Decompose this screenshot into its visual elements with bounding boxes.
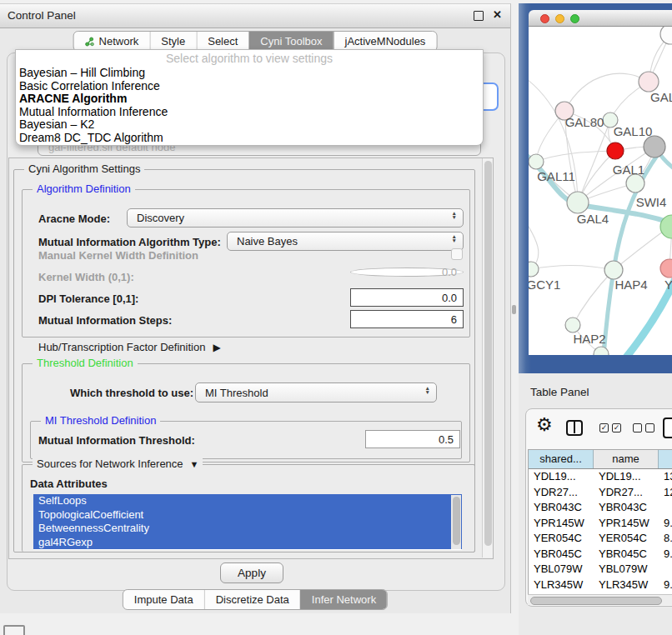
column-header-shared-name[interactable]: shared... xyxy=(529,450,594,468)
node-gal11[interactable] xyxy=(529,154,544,169)
data-attributes-label: Data Attributes xyxy=(30,477,108,492)
network-nodes xyxy=(529,27,672,355)
table-row[interactable]: YBR045C YBR045C 9. xyxy=(529,547,672,562)
aracne-mode-combo[interactable]: Discovery ▲▼ xyxy=(127,208,464,228)
node-table: shared... name YDL19... YDL19... 13 YDR2… xyxy=(528,449,672,597)
list-item[interactable]: BetweennessCentrality xyxy=(33,522,462,536)
list-item[interactable]: TopologicalCoefficient xyxy=(33,508,462,522)
algorithm-option[interactable]: Basic Correlation Inference xyxy=(16,80,483,93)
network-canvas[interactable]: GAL GAL80 GAL10 GAL1 GAL11 SWI4 GAL4 GCY… xyxy=(529,27,672,355)
mi-threshold-field[interactable]: 0.5 xyxy=(365,430,460,448)
chevron-updown-icon: ▲▼ xyxy=(425,386,430,394)
table-header-row: shared... name xyxy=(529,450,672,469)
traffic-zoom-icon[interactable] xyxy=(570,14,579,23)
document-icon-partial[interactable] xyxy=(663,418,672,438)
node-red-highlighted[interactable] xyxy=(607,142,624,159)
dpi-tolerance-field[interactable]: 0.0 xyxy=(350,288,464,307)
table-row[interactable]: YDR27... YDR27... 12 xyxy=(529,485,672,501)
node-label: GAL xyxy=(650,90,672,104)
attributes-scrollbar[interactable] xyxy=(451,495,461,549)
mi-algorithm-type-combo[interactable]: Naive Bayes ▲▼ xyxy=(227,232,464,251)
node-gal10[interactable] xyxy=(644,136,665,158)
node-label: HAP2 xyxy=(573,332,605,346)
corner-grip-icon[interactable] xyxy=(3,625,25,635)
algorithm-option[interactable]: Bayesian – K2 xyxy=(16,118,483,132)
data-attributes-list: SelfLoops TopologicalCoefficient Between… xyxy=(33,494,462,550)
node-hap2[interactable] xyxy=(565,318,580,332)
tab-discretize-data[interactable]: Discretize Data xyxy=(204,590,300,609)
node-label: SWI4 xyxy=(636,195,667,209)
table-panel-region: Table Panel ⚙ ✓✓ shared... name YDL19... xyxy=(519,373,672,635)
tab-network[interactable]: Network xyxy=(74,32,150,51)
manual-kernel-checkbox[interactable] xyxy=(451,248,463,260)
node-label: Y xyxy=(664,278,672,292)
table-panel-title: Table Panel xyxy=(530,386,589,398)
which-threshold-label: Which threshold to use: xyxy=(70,386,193,401)
columns-icon[interactable] xyxy=(566,420,583,436)
checked-pair-icon[interactable]: ✓✓ xyxy=(599,423,621,432)
panel-divider-handle[interactable] xyxy=(512,305,516,314)
node-label: GCY1 xyxy=(529,278,560,292)
table-horizontal-scrollbar[interactable] xyxy=(528,594,672,605)
tab-network-label: Network xyxy=(99,32,139,51)
node-y[interactable] xyxy=(660,259,672,278)
mi-threshold-label: Mutual Information Threshold: xyxy=(38,433,195,448)
kernel-width-field[interactable]: 0.0 xyxy=(350,268,464,277)
close-icon[interactable]: ✕ xyxy=(493,8,502,21)
float-window-icon[interactable] xyxy=(474,11,484,21)
gear-icon[interactable]: ⚙ xyxy=(536,414,553,436)
control-panel-window: Control Panel ✕ Network Style Select Cyn… xyxy=(0,3,511,613)
traffic-minimize-icon[interactable] xyxy=(555,14,564,23)
column-header-clipped[interactable] xyxy=(659,450,672,468)
tab-style[interactable]: Style xyxy=(149,32,196,51)
tab-impute-data[interactable]: Impute Data xyxy=(123,590,204,609)
which-threshold-combo[interactable]: MI Threshold ▲▼ xyxy=(195,382,437,402)
tab-jactivemnodules[interactable]: jActiveMNodules xyxy=(333,32,437,51)
algorithm-option-selected[interactable]: ARACNE Algorithm xyxy=(16,92,483,106)
table-row[interactable]: YER054C YER054C 8. xyxy=(529,531,672,547)
node-label: GAL1 xyxy=(613,162,644,177)
list-item[interactable]: gal4RGexp xyxy=(33,536,462,550)
node-gal[interactable] xyxy=(639,72,659,92)
settings-scrollbar-thumb[interactable] xyxy=(484,161,492,546)
algorithm-option[interactable]: Dream8 DC_TDC Algorithm xyxy=(16,132,483,145)
node-gcy1[interactable] xyxy=(529,262,539,277)
table-row[interactable]: YBL079W YBL079W xyxy=(529,562,672,578)
algorithm-definition-legend: Algorithm Definition xyxy=(33,182,135,195)
network-view-window: GAL GAL80 GAL10 GAL1 GAL11 SWI4 GAL4 GCY… xyxy=(519,3,672,373)
node-label: GAL4 xyxy=(577,212,609,226)
table-row[interactable]: YDL19... YDL19... 13 xyxy=(529,469,672,485)
table-row[interactable]: YPR145W YPR145W 9. xyxy=(529,516,672,532)
network-window-titlebar[interactable] xyxy=(529,10,672,27)
settings-scrollbar[interactable] xyxy=(482,158,493,558)
algorithm-option[interactable]: Mutual Information Inference xyxy=(16,106,483,119)
node-gal4[interactable] xyxy=(567,192,589,213)
tab-select[interactable]: Select xyxy=(196,32,248,51)
hub-tf-definition-toggle[interactable]: Hub/Transcription Factor Definition ▶ xyxy=(38,341,221,353)
node-label: HAP4 xyxy=(614,278,647,292)
bottom-tabstrip: Impute Data Discretize Data Infer Networ… xyxy=(123,589,388,610)
unchecked-pair-icon[interactable] xyxy=(633,423,654,432)
apply-button[interactable]: Apply xyxy=(220,562,283,583)
traffic-close-icon[interactable] xyxy=(540,14,549,23)
algorithm-dropdown-placeholder: Select algorithm to view settings xyxy=(16,50,483,67)
node-hap4[interactable] xyxy=(604,261,623,279)
column-header-name[interactable]: name xyxy=(594,450,659,468)
tab-infer-network[interactable]: Infer Network xyxy=(300,590,387,609)
table-row[interactable]: YLR345W YLR345W 9. xyxy=(529,578,672,593)
mi-steps-field[interactable]: 6 xyxy=(350,310,464,328)
tab-cyni-toolbox[interactable]: Cyni Toolbox xyxy=(248,32,333,51)
cyni-algorithm-settings-legend: Cyni Algorithm Settings xyxy=(24,162,144,175)
list-item[interactable]: SelfLoops xyxy=(33,494,462,508)
table-row[interactable]: YBR043C YBR043C xyxy=(529,500,672,516)
aracne-mode-label: Aracne Mode: xyxy=(38,212,110,227)
node-gal1[interactable] xyxy=(626,174,644,192)
sources-legend-toggle[interactable]: Sources for Network Inference ▼ xyxy=(33,458,203,470)
algorithm-option[interactable]: Bayesian – Hill Climbing xyxy=(16,67,483,80)
node-unlabeled-top[interactable] xyxy=(660,27,672,44)
control-panel-titlebar: Control Panel ✕ xyxy=(0,4,510,28)
screen: Control Panel ✕ Network Style Select Cyn… xyxy=(0,0,672,635)
table-scrollbar-thumb[interactable] xyxy=(530,597,662,605)
threshold-definition-legend: Threshold Definition xyxy=(33,357,138,369)
node-label: GAL11 xyxy=(537,169,575,183)
